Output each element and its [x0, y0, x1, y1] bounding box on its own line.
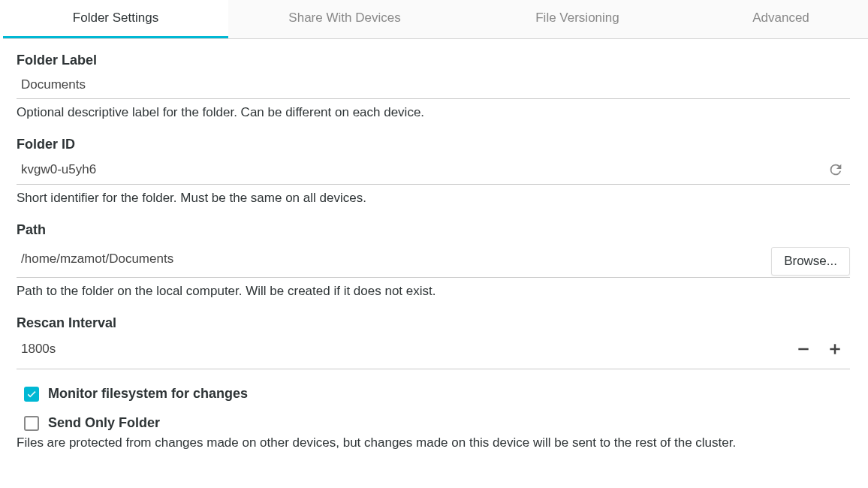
folder-id-input[interactable] — [17, 162, 820, 177]
svg-rect-2 — [830, 348, 839, 351]
rescan-label: Rescan Interval — [17, 315, 850, 331]
send-only-help: Files are protected from changes made on… — [17, 435, 850, 450]
minus-icon[interactable] — [794, 340, 812, 358]
tab-advanced[interactable]: Advanced — [694, 0, 868, 38]
monitor-checkbox[interactable] — [24, 387, 39, 402]
browse-button[interactable]: Browse... — [771, 247, 850, 276]
folder-id-label: Folder ID — [17, 137, 850, 152]
folder-label-label: Folder Label — [17, 53, 850, 68]
folder-id-group: Folder ID Short identifier for the folde… — [17, 137, 850, 206]
svg-rect-0 — [798, 348, 808, 351]
plus-icon[interactable] — [826, 340, 844, 358]
folder-label-group: Folder Label Optional descriptive label … — [17, 53, 850, 120]
tab-share-with-devices[interactable]: Share With Devices — [228, 0, 461, 38]
folder-label-help: Optional descriptive label for the folde… — [17, 105, 850, 120]
send-only-checkbox[interactable] — [24, 416, 39, 431]
rescan-group: Rescan Interval Monitor filesystem for c… — [17, 315, 850, 450]
send-only-checkbox-label: Send Only Folder — [48, 415, 160, 431]
folder-settings-panel: Folder Label Optional descriptive label … — [3, 39, 868, 450]
tab-folder-settings[interactable]: Folder Settings — [3, 0, 228, 38]
rescan-input[interactable] — [17, 342, 787, 357]
path-label: Path — [17, 222, 850, 238]
folder-label-input[interactable] — [17, 77, 850, 92]
tabs-bar: Folder Settings Share With Devices File … — [3, 0, 868, 39]
refresh-icon[interactable] — [827, 161, 844, 178]
path-group: Path Browse... Path to the folder on the… — [17, 222, 850, 299]
tab-file-versioning[interactable]: File Versioning — [461, 0, 694, 38]
path-input[interactable] — [17, 252, 764, 267]
folder-id-help: Short identifier for the folder. Must be… — [17, 191, 850, 206]
monitor-checkbox-label: Monitor filesystem for changes — [48, 386, 248, 402]
path-help: Path to the folder on the local computer… — [17, 284, 850, 299]
